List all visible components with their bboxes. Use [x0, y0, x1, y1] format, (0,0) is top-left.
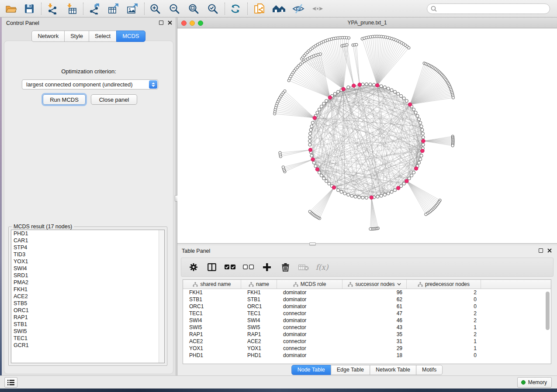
graph-node-mcds[interactable]	[397, 186, 400, 190]
graph-node[interactable]	[337, 90, 340, 93]
tab-style[interactable]: Style	[64, 31, 89, 42]
graph-node[interactable]	[322, 177, 325, 180]
graph-node[interactable]	[383, 86, 386, 89]
graph-node[interactable]	[319, 53, 322, 55]
graph-node[interactable]	[314, 165, 317, 168]
graph-node[interactable]	[408, 47, 410, 49]
graph-node-mcds[interactable]	[332, 186, 336, 189]
graph-node[interactable]	[416, 114, 419, 117]
graph-node-mcds[interactable]	[352, 84, 356, 87]
import-table-icon[interactable]	[64, 2, 79, 16]
add-column-icon[interactable]	[261, 261, 273, 274]
graph-node[interactable]	[350, 194, 353, 197]
graph-node[interactable]	[412, 108, 415, 111]
zoom-out-icon[interactable]	[167, 2, 182, 16]
graph-node[interactable]	[337, 189, 340, 192]
graph-node-mcds[interactable]	[405, 179, 408, 183]
graph-node[interactable]	[380, 194, 383, 197]
graph-node[interactable]	[390, 89, 393, 92]
graph-node[interactable]	[365, 83, 368, 86]
graph-node[interactable]	[380, 85, 383, 88]
graph-node[interactable]	[421, 132, 424, 135]
table-scrollbar-thumb[interactable]	[546, 292, 550, 330]
graph-node[interactable]	[405, 100, 408, 103]
graph-node[interactable]	[420, 154, 423, 157]
horizontal-splitter-handle[interactable]	[309, 242, 316, 246]
graph-node[interactable]	[328, 182, 331, 185]
graph-node[interactable]	[312, 161, 315, 164]
home-icon[interactable]	[272, 2, 287, 16]
tab-motifs[interactable]: Motifs	[416, 365, 443, 375]
zoom-selected-icon[interactable]	[205, 2, 220, 16]
graph-node[interactable]	[412, 171, 415, 174]
graph-node[interactable]	[310, 125, 313, 128]
search-field[interactable]	[427, 3, 550, 14]
mcds-result-item[interactable]: PHD1	[11, 230, 164, 237]
table-row[interactable]: SWI5SWI5connector431	[183, 324, 551, 331]
graph-node[interactable]	[414, 111, 417, 114]
graph-node[interactable]	[358, 196, 361, 199]
function-builder-icon[interactable]: f(x)	[316, 261, 328, 274]
mcds-result-item[interactable]: YOX1	[11, 258, 164, 265]
graph-node[interactable]	[418, 161, 421, 164]
column-header-shared-name[interactable]: shared name	[183, 280, 241, 289]
tab-network-table[interactable]: Network Table	[370, 365, 416, 375]
graph-node[interactable]	[397, 92, 400, 95]
export-image-icon[interactable]	[125, 2, 140, 16]
mcds-result-item[interactable]: STB1	[11, 321, 164, 328]
graph-node[interactable]	[320, 174, 323, 177]
table-row[interactable]: YOX1YOX1connector291	[183, 345, 551, 352]
mcds-result-item[interactable]: ACE2	[11, 293, 164, 300]
graph-node-mcds[interactable]	[358, 83, 361, 86]
graph-node[interactable]	[347, 86, 350, 89]
gear-icon[interactable]	[187, 261, 200, 274]
mcds-result-item[interactable]: GCR1	[11, 342, 164, 349]
zoom-fit-icon[interactable]	[186, 2, 201, 16]
graph-node[interactable]	[308, 140, 311, 143]
mcds-result-item[interactable]: STB5	[11, 300, 164, 307]
graph-node-mcds[interactable]	[328, 96, 332, 99]
graph-node[interactable]	[282, 166, 284, 168]
columns-icon[interactable]	[206, 261, 218, 274]
graph-node[interactable]	[421, 128, 424, 131]
graph-node[interactable]	[387, 87, 390, 90]
graph-node-mcds[interactable]	[408, 103, 412, 106]
network-canvas[interactable]	[177, 28, 557, 243]
graph-node[interactable]	[408, 177, 411, 180]
graph-node[interactable]	[422, 143, 425, 146]
mcds-result-item[interactable]: CAR1	[11, 237, 164, 244]
graph-node[interactable]	[347, 193, 350, 196]
close-panel-icon[interactable]	[168, 21, 172, 25]
graph-node[interactable]	[365, 196, 368, 199]
graph-node[interactable]	[316, 111, 319, 114]
table-row[interactable]: RAP1RAP1dominator352	[183, 331, 551, 338]
search-input[interactable]	[437, 4, 550, 13]
open-file-icon[interactable]	[3, 2, 18, 16]
graph-node[interactable]	[419, 158, 422, 161]
graph-node[interactable]	[383, 193, 386, 196]
graph-node[interactable]	[320, 105, 323, 108]
graph-node[interactable]	[373, 83, 376, 86]
graph-node-mcds[interactable]	[415, 167, 418, 170]
close-panel-icon[interactable]	[547, 248, 552, 253]
mcds-result-item[interactable]: TID3	[11, 251, 164, 258]
graph-node[interactable]	[279, 151, 281, 154]
graph-node[interactable]	[419, 121, 422, 124]
graph-node[interactable]	[354, 195, 357, 198]
graph-node-mcds[interactable]	[308, 148, 312, 151]
mcds-result-item[interactable]: SWI5	[11, 328, 164, 335]
graph-node[interactable]	[361, 196, 364, 199]
task-history-button[interactable]	[4, 377, 17, 388]
mcds-result-item[interactable]: FKH1	[11, 286, 164, 293]
graph-node[interactable]	[340, 190, 343, 193]
graph-node[interactable]	[394, 189, 397, 192]
graph-node-mcds[interactable]	[421, 149, 424, 152]
show-eye-icon[interactable]	[310, 2, 325, 16]
save-session-icon[interactable]	[22, 2, 37, 16]
graph-node-mcds[interactable]	[311, 158, 315, 161]
delete-icon[interactable]	[279, 261, 291, 274]
graph-node[interactable]	[325, 179, 328, 182]
graph-node-mcds[interactable]	[422, 139, 425, 143]
tab-network[interactable]: Network	[31, 31, 65, 42]
tab-node-table[interactable]: Node Table	[291, 365, 331, 375]
